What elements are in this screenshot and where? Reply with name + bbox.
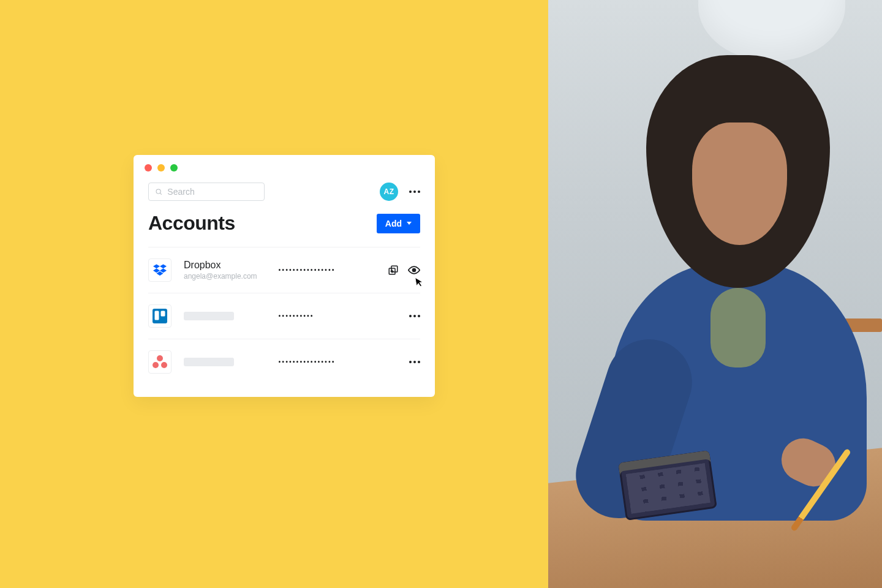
copy-password-button[interactable] (387, 264, 399, 276)
svg-point-15 (157, 355, 163, 361)
account-name-placeholder (184, 312, 234, 320)
overflow-menu-button[interactable] (409, 190, 420, 193)
toolbar: AZ (134, 175, 435, 203)
window-titlebar (134, 155, 435, 175)
trello-icon (153, 309, 167, 323)
copy-icon (388, 265, 399, 276)
account-meta (184, 358, 270, 366)
search-icon (155, 187, 162, 196)
svg-rect-14 (161, 311, 165, 317)
password-masked: •••••••••• (278, 314, 363, 319)
chevron-down-icon (407, 222, 412, 225)
lifestyle-photo (548, 0, 882, 588)
account-row[interactable]: Dropbox angela@example.com •••••••••••••… (148, 247, 420, 293)
password-masked: •••••••••••••••• (278, 268, 363, 273)
person-silhouette (573, 49, 879, 514)
add-button-label: Add (385, 219, 402, 228)
svg-point-16 (153, 362, 159, 368)
mouse-cursor-icon (415, 276, 425, 288)
asana-icon (153, 355, 167, 369)
account-row[interactable]: •••••••••••••••• (148, 339, 420, 385)
user-avatar[interactable]: AZ (380, 183, 398, 201)
window-close-button[interactable] (145, 164, 152, 172)
svg-marker-3 (160, 264, 167, 268)
row-actions (371, 315, 420, 317)
accounts-list: Dropbox angela@example.com •••••••••••••… (134, 247, 435, 385)
row-overflow-button[interactable] (409, 315, 420, 317)
dropbox-icon (153, 264, 167, 276)
password-manager-window: AZ Accounts Add (134, 155, 435, 397)
page-header: Accounts Add (134, 203, 435, 247)
svg-point-0 (156, 189, 160, 194)
search-field[interactable] (148, 183, 265, 201)
page-title: Accounts (148, 212, 235, 235)
add-account-button[interactable]: Add (377, 214, 420, 233)
account-meta: Dropbox angela@example.com (184, 260, 270, 281)
app-icon-tile (148, 258, 172, 282)
svg-rect-13 (155, 311, 159, 320)
svg-point-11 (413, 269, 416, 272)
reveal-password-button[interactable] (408, 264, 420, 276)
app-icon-tile (148, 350, 172, 374)
svg-point-17 (161, 362, 167, 368)
eye-icon (408, 264, 420, 276)
marketing-canvas: AZ Accounts Add (0, 0, 548, 588)
row-actions (371, 264, 420, 276)
password-masked: •••••••••••••••• (278, 360, 363, 365)
row-actions (371, 361, 420, 363)
account-row[interactable]: •••••••••• (148, 293, 420, 339)
account-name-placeholder (184, 358, 234, 366)
account-meta (184, 312, 270, 320)
row-overflow-button[interactable] (409, 361, 420, 363)
svg-line-1 (160, 193, 162, 194)
window-maximize-button[interactable] (170, 164, 178, 172)
window-minimize-button[interactable] (157, 164, 165, 172)
account-name: Dropbox (184, 260, 270, 271)
svg-marker-2 (153, 264, 160, 268)
search-input[interactable] (167, 187, 258, 197)
app-icon-tile (148, 304, 172, 328)
account-email: angela@example.com (184, 272, 270, 281)
